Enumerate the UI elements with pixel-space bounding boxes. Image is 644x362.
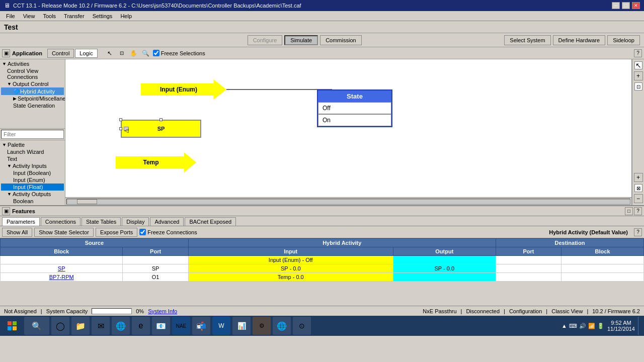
tree-input-float[interactable]: Input (Float) — [1, 184, 64, 191]
tab-connections[interactable]: Connections — [41, 217, 80, 226]
zoom-fit-icon[interactable]: ⊡ — [117, 48, 127, 58]
tree-control-view-connections[interactable]: Control View Connections — [1, 67, 64, 80]
tree-palette[interactable]: ▼ Palette — [1, 141, 64, 148]
tree-input-boolean[interactable]: Input (Boolean) — [1, 169, 64, 176]
tab-display[interactable]: Display — [122, 217, 149, 226]
commission-button[interactable]: Commission — [320, 35, 362, 45]
tree-setpoint-misc[interactable]: ▶ Setpoint/Miscellaneous — [1, 95, 64, 102]
tree-activities[interactable]: ▼ Activities — [1, 60, 64, 67]
menu-tools[interactable]: Tools — [39, 12, 60, 20]
cct-icon[interactable]: ⚙ — [253, 317, 271, 335]
help-icon[interactable]: ? — [634, 49, 642, 57]
tray-arrow[interactable]: ▲ — [561, 323, 567, 329]
features-help-icon[interactable]: ? — [634, 207, 642, 215]
input-enum-block[interactable]: Input (Enum) — [141, 79, 226, 100]
sideloop-button[interactable]: Sideloop — [607, 35, 640, 45]
sp-block[interactable]: SP — [121, 120, 201, 138]
select-system-button[interactable]: Select System — [504, 35, 550, 45]
tree-state-generation[interactable]: State Generation — [1, 102, 64, 109]
state-dropdown[interactable]: State Off On — [317, 89, 392, 127]
chrome-icon[interactable]: 🌐 — [273, 317, 291, 335]
tab-state-tables[interactable]: State Tables — [82, 217, 121, 226]
tree-activity-inputs[interactable]: ▼ Activity Inputs — [1, 162, 64, 169]
tree-hybrid-activity[interactable]: 🔷 Hybrid Activity — [1, 87, 64, 95]
tab-logic[interactable]: Logic — [75, 49, 97, 58]
zoom-minus-button[interactable]: − — [634, 194, 643, 203]
tab-parameters[interactable]: Parameters — [2, 217, 40, 226]
menu-transfer[interactable]: Transfer — [60, 12, 89, 20]
excel-icon[interactable]: 📊 — [232, 317, 251, 335]
tree-input-enum[interactable]: Input (Enum) — [1, 176, 64, 184]
tree-boolean[interactable]: Boolean — [1, 198, 64, 205]
zoom-cursor-icon[interactable]: ↖ — [634, 61, 642, 69]
pan-icon[interactable]: ✋ — [129, 48, 139, 58]
freeze-selections-checkbox[interactable] — [153, 50, 159, 56]
state-option-on[interactable]: On — [318, 114, 391, 126]
features-help-icon2[interactable]: ? — [634, 228, 642, 236]
zoom-reset-icon[interactable]: ⊠ — [634, 184, 642, 192]
row3-src-block[interactable]: BP7-RPM — [1, 273, 123, 282]
menu-view[interactable]: View — [19, 12, 39, 20]
zoom-out-icon[interactable]: 🔍 — [141, 48, 151, 58]
sp-handle-mr[interactable] — [119, 127, 122, 130]
sp-handle-bc[interactable] — [159, 118, 163, 121]
tree-output-control[interactable]: ▼ Output Control — [1, 80, 64, 87]
temp-block[interactable]: Temp — [116, 152, 196, 172]
row2-input[interactable]: SP - 0.0 — [188, 264, 393, 273]
center-canvas[interactable]: Input (Enum) State Off On SP — [65, 59, 632, 205]
start-button[interactable] — [2, 317, 22, 335]
zoom-plus-icon[interactable]: + — [634, 71, 643, 80]
mail-icon[interactable]: ✉ — [92, 317, 110, 335]
row2-src-block[interactable]: SP — [1, 264, 123, 273]
tab-control[interactable]: Control — [47, 49, 74, 58]
file-explorer-icon[interactable]: 📁 — [71, 317, 90, 335]
show-state-selector-button[interactable]: Show State Selector — [34, 228, 94, 237]
ie-icon[interactable]: e — [132, 317, 150, 335]
menu-settings[interactable]: Settings — [89, 12, 117, 20]
tab-bacnet-exposed[interactable]: BACnet Exposed — [185, 217, 236, 226]
features-expand-icon[interactable]: □ — [625, 207, 633, 215]
state-option-off[interactable]: Off — [318, 102, 391, 114]
filter-input[interactable] — [1, 130, 64, 139]
title-bar-controls[interactable]: ─ □ ✕ — [612, 2, 640, 9]
word-icon[interactable]: W — [212, 317, 230, 335]
tree-launch-wizard[interactable]: Launch Wizard — [1, 148, 64, 155]
task-view-button[interactable]: ◯ — [51, 317, 69, 335]
pointer-icon[interactable]: ↖ — [105, 48, 115, 58]
sp-right-port[interactable]: ◁ — [124, 127, 129, 131]
minimize-button[interactable]: ─ — [612, 2, 620, 9]
outlook2-icon[interactable]: 📬 — [192, 317, 210, 335]
tree-text[interactable]: Text — [1, 155, 64, 162]
freeze-connections-label[interactable]: Freeze Connections — [139, 229, 197, 235]
show-all-button[interactable]: Show All — [2, 228, 32, 237]
restore-button[interactable]: □ — [622, 2, 630, 9]
misc-icon[interactable]: ⊙ — [293, 317, 311, 335]
tab-advanced[interactable]: Advanced — [150, 217, 184, 226]
nae-icon[interactable]: NAE — [172, 317, 190, 335]
sp-handle-br[interactable] — [119, 118, 122, 121]
freeze-connections-checkbox[interactable] — [139, 229, 146, 235]
tree-activity-outputs[interactable]: ▼ Activity Outputs — [1, 191, 64, 198]
scroll-thumb[interactable] — [77, 199, 97, 204]
expose-ports-button[interactable]: Expose Ports — [96, 228, 137, 237]
row3-input[interactable]: Temp - 0.0 — [188, 273, 393, 282]
define-hardware-button[interactable]: Define Hardware — [553, 35, 606, 45]
simulate-button[interactable]: Simulate — [284, 35, 318, 45]
show-desktop-button[interactable] — [638, 317, 642, 335]
panel-collapse-icon[interactable]: ▣ — [2, 49, 10, 57]
row1-input[interactable]: Input (Enum) - Off — [188, 256, 393, 264]
search-taskbar[interactable]: 🔍 — [24, 317, 49, 335]
configure-button[interactable]: Configure — [248, 35, 283, 45]
menu-file[interactable]: File — [2, 12, 19, 20]
freeze-selections-label[interactable]: Freeze Selections — [153, 50, 205, 56]
scroll-track[interactable] — [66, 199, 630, 205]
horizontal-scrollbar[interactable] — [65, 197, 631, 205]
system-info-link[interactable]: System Info — [148, 308, 177, 314]
close-button[interactable]: ✕ — [632, 2, 640, 9]
browser-icon[interactable]: 🌐 — [112, 317, 130, 335]
zoom-fit-icon[interactable]: ⊡ — [634, 82, 642, 90]
zoom-plus-button[interactable]: + — [634, 173, 643, 182]
row2-output[interactable]: SP - 0.0 — [393, 264, 496, 273]
menu-help[interactable]: Help — [116, 12, 136, 20]
clock[interactable]: 9:52 AM 11/12/2014 — [607, 320, 635, 332]
